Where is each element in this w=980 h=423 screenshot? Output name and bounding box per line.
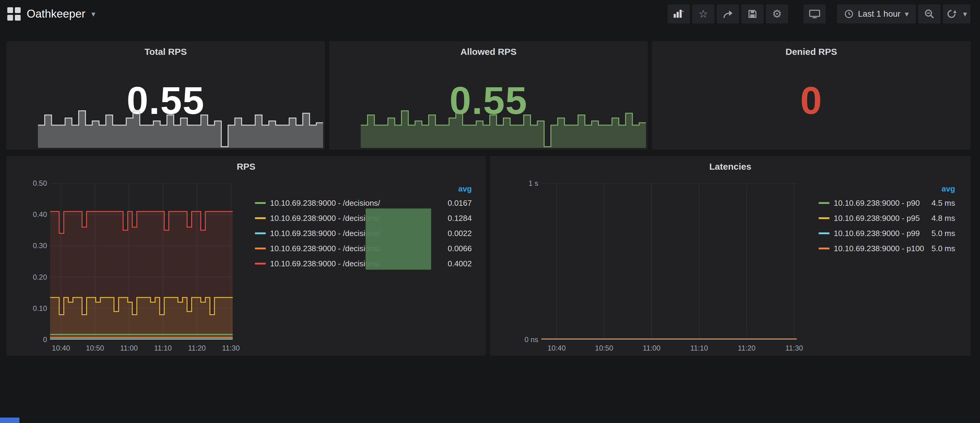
legend-row[interactable]: 10.10.69.238:9000 - /decisions/0.0066: [255, 241, 472, 256]
gear-icon: ⚙: [772, 8, 782, 19]
y-tick-label: 1 s: [528, 179, 538, 188]
legend-avg-value: 4.8 ms: [931, 214, 955, 223]
panel-title-rps[interactable]: RPS: [6, 162, 486, 172]
legend-row[interactable]: 10.10.69.238:9000 - /decisions/0.4002: [255, 256, 472, 271]
clock-icon: [844, 9, 854, 19]
x-tick-label: 11:10: [690, 344, 708, 352]
y-tick-label: 0.50: [33, 179, 47, 188]
dashboard-caret-down-icon[interactable]: ▾: [91, 10, 95, 18]
x-tick-label: 11:00: [643, 344, 660, 352]
y-tick-label: 0: [43, 336, 47, 344]
legend-series-name: 10.10.69.238:9000 - p90: [834, 198, 931, 208]
legend-row[interactable]: 10.10.69.238:9000 - /decisions/0.0167: [255, 195, 472, 211]
legend-avg-value: 0.1284: [447, 214, 472, 223]
y-tick-label: 0.20: [33, 273, 47, 282]
bottom-edge-blue-strip: [0, 418, 19, 423]
latencies-x-axis: 10:4010:5011:0011:1011:2011:30: [541, 344, 797, 354]
apps-grid-icon[interactable]: [7, 7, 21, 21]
legend-color-dash: [255, 202, 266, 204]
add-panel-button[interactable]: [668, 5, 690, 23]
save-button[interactable]: [741, 5, 764, 23]
y-tick-label: 0.30: [33, 241, 47, 250]
navbar-right: ☆ ⚙: [665, 5, 980, 23]
legend-row[interactable]: 10.10.69.238:9000 - /decisions/0.0022: [255, 226, 472, 241]
panel-title-total-rps[interactable]: Total RPS: [6, 47, 325, 57]
y-tick-label: 0.10: [33, 304, 47, 313]
zoom-out-button[interactable]: [918, 5, 940, 23]
time-range-picker[interactable]: Last 1 hour ▾: [837, 5, 916, 23]
x-tick-label: 10:50: [86, 344, 104, 352]
rps-chart-plot[interactable]: [50, 183, 233, 340]
rps-x-axis: 10:4010:5011:0011:1011:2011:30: [50, 344, 233, 354]
legend-row[interactable]: 10.10.69.238:9000 - p904.5 ms: [819, 195, 955, 211]
legend-row[interactable]: 10.10.69.238:9000 - p954.8 ms: [819, 211, 955, 226]
x-tick-label: 11:30: [222, 344, 240, 352]
legend-row[interactable]: 10.10.69.238:9000 - /decisions/0.1284: [255, 211, 472, 226]
dashboard-title[interactable]: Oathkeeper: [27, 8, 85, 20]
panel-title-latencies[interactable]: Latencies: [490, 162, 970, 172]
allowed-rps-sparkline: [361, 108, 646, 148]
latencies-chart-plot[interactable]: [541, 183, 797, 340]
panel-allowed-rps: Allowed RPS 0.55: [329, 41, 648, 150]
legend-row[interactable]: 10.10.69.238:9000 - p1005.0 ms: [819, 241, 955, 256]
rps-y-axis: 0.500.400.300.200.100: [8, 183, 47, 340]
legend-series-name: 10.10.69.238:9000 - p100: [834, 244, 931, 253]
panel-title-denied-rps[interactable]: Denied RPS: [652, 47, 970, 57]
refresh-icon: [946, 9, 957, 19]
panel-latencies: Latencies 1 s0 ns10:4010:5011:0011:1011:…: [490, 156, 970, 356]
x-tick-label: 11:20: [738, 344, 756, 352]
grid-square: [7, 15, 13, 21]
legend-avg-header: avg: [255, 182, 472, 195]
refresh-caret-down-icon: ▾: [963, 10, 967, 18]
cycle-view-button[interactable]: [804, 5, 826, 23]
legend-avg-value: 0.0066: [447, 244, 472, 253]
time-range-label: Last 1 hour: [858, 9, 900, 19]
panel-denied-rps: Denied RPS 0: [652, 41, 970, 150]
legend-color-dash: [819, 233, 829, 234]
legend-avg-value: 0.0022: [447, 229, 472, 238]
zoom-out-icon: [924, 9, 934, 19]
refresh-button-group[interactable]: ▾: [943, 5, 970, 23]
monitor-icon: [809, 9, 821, 19]
legend-color-dash: [255, 217, 266, 219]
legend-avg-value: 0.4002: [447, 259, 472, 268]
legend-color-dash: [819, 202, 829, 204]
total-rps-sparkline: [38, 108, 323, 148]
x-tick-label: 10:40: [547, 344, 566, 352]
legend-color-dash: [819, 217, 829, 219]
settings-button[interactable]: ⚙: [766, 5, 788, 23]
x-tick-label: 10:50: [595, 344, 613, 352]
grid-square: [15, 15, 21, 21]
grid-square: [15, 7, 21, 13]
grid-square: [7, 7, 13, 13]
allowed-rps-sparkline-svg: [361, 108, 646, 148]
legend-series-name: 10.10.69.238:9000 - p95: [834, 214, 931, 223]
legend-row[interactable]: 10.10.69.238:9000 - p995.0 ms: [819, 226, 955, 241]
rps-legend: avg10.10.69.238:9000 - /decisions/0.0167…: [255, 182, 472, 271]
legend-series-name: 10.10.69.238:9000 - /decisions/: [270, 198, 447, 208]
legend-series-name: 10.10.69.238:9000 - p99: [834, 229, 931, 238]
x-tick-label: 11:10: [154, 344, 172, 352]
panel-rps: RPS 0.500.400.300.200.10010:4010:5011:00…: [6, 156, 486, 356]
y-tick-label: 0.40: [33, 210, 47, 219]
legend-avg-value: 5.0 ms: [931, 229, 955, 238]
star-icon: ☆: [698, 8, 708, 19]
legend-avg-value: 5.0 ms: [931, 244, 955, 253]
x-tick-label: 11:00: [120, 344, 138, 352]
x-tick-label: 11:20: [188, 344, 206, 352]
legend-avg-value: 4.5 ms: [931, 198, 955, 208]
legend-color-dash: [255, 263, 266, 265]
legend-avg-header: avg: [819, 182, 955, 195]
share-button[interactable]: [717, 5, 739, 23]
save-icon: [747, 9, 757, 19]
stat-value-denied-rps: 0: [652, 78, 970, 123]
panel-total-rps: Total RPS 0.55: [6, 41, 325, 150]
navbar: Oathkeeper ▾ ☆: [0, 0, 980, 28]
legend-avg-value: 0.0167: [447, 198, 472, 208]
legend-color-dash: [255, 233, 266, 234]
add-panel-icon: [673, 8, 685, 19]
latencies-legend: avg10.10.69.238:9000 - p904.5 ms10.10.69…: [819, 182, 955, 256]
x-tick-label: 10:40: [52, 344, 70, 352]
star-button[interactable]: ☆: [692, 5, 714, 23]
panel-title-allowed-rps[interactable]: Allowed RPS: [329, 47, 648, 57]
